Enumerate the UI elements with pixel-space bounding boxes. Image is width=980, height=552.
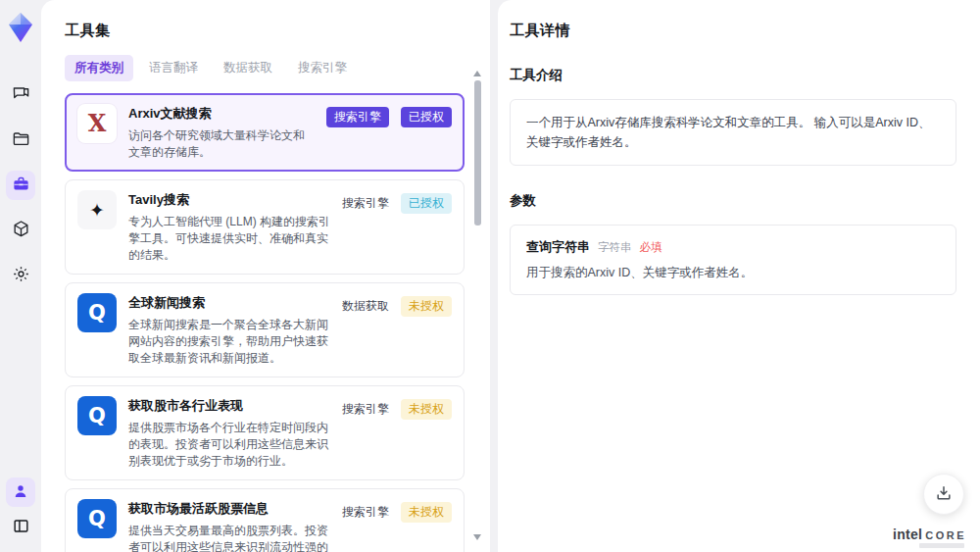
category-badge: 搜索引擎 bbox=[342, 193, 389, 214]
tool-title: 获取股市各行业表现 bbox=[128, 397, 330, 415]
chat-icon bbox=[12, 84, 30, 106]
tool-card-main: Arxiv文献搜索 访问各个研究领域大量科学论文和文章的存储库。 bbox=[128, 104, 315, 161]
scroll-up-arrow-icon[interactable] bbox=[473, 71, 481, 76]
category-tabs: 所有类别语言翻译数据获取搜索引擎 bbox=[65, 55, 465, 81]
brand-core: core bbox=[925, 529, 966, 541]
tool-title: Arxiv文献搜索 bbox=[128, 105, 315, 123]
tool-description: 专为人工智能代理 (LLM) 构建的搜索引擎工具。可快速提供实时、准确和真实的结… bbox=[128, 214, 330, 264]
tool-list: X Arxiv文献搜索 访问各个研究领域大量科学论文和文章的存储库。 搜索引擎 … bbox=[65, 93, 465, 552]
tool-badges: 数据获取 未授权 bbox=[342, 293, 452, 367]
gear-icon bbox=[12, 265, 30, 286]
tool-card-main: 全球新闻搜索 全球新闻搜索是一个聚合全球各大新闻网站内容的搜索引擎，帮助用户快速… bbox=[128, 293, 330, 367]
scrollbar-thumb[interactable] bbox=[474, 80, 481, 226]
intel-core-logo: intel core bbox=[893, 527, 966, 542]
tool-list-panel: 工具集 所有类别语言翻译数据获取搜索引擎 X Arxiv文献搜索 访问各个研究领… bbox=[41, 0, 490, 552]
tool-description: 全球新闻搜索是一个聚合全球各大新闻网站内容的搜索引擎，帮助用户快速获取全球最新资… bbox=[128, 317, 330, 367]
intro-text: 一个用于从Arxiv存储库搜索科学论文和文章的工具。 输入可以是Arxiv ID… bbox=[526, 113, 940, 152]
param-type: 字符串 bbox=[598, 240, 632, 255]
tool-card-main: Tavily搜索 专为人工智能代理 (LLM) 构建的搜索引擎工具。可快速提供实… bbox=[128, 190, 330, 264]
tool-detail-panel: 工具详情 工具介绍 一个用于从Arxiv存储库搜索科学论文和文章的工具。 输入可… bbox=[498, 0, 980, 552]
folder-icon bbox=[12, 129, 30, 151]
panel-toggle-icon bbox=[12, 517, 30, 538]
category-badge: 搜索引擎 bbox=[326, 107, 389, 127]
rail-item-settings[interactable] bbox=[6, 261, 35, 290]
app-window: 工具集 所有类别语言翻译数据获取搜索引擎 X Arxiv文献搜索 访问各个研究领… bbox=[0, 0, 980, 552]
rail-item-user[interactable] bbox=[6, 477, 35, 507]
tool-description: 提供当天交易量最高的股票列表。投资者可以利用这些信息来识别流动性强的股票和潜在的… bbox=[128, 523, 330, 552]
tool-title: 获取市场最活跃股票信息 bbox=[128, 500, 330, 518]
brand-intel: intel bbox=[893, 527, 922, 542]
tool-badges: 搜索引擎 未授权 bbox=[342, 396, 452, 470]
tab-search[interactable]: 搜索引擎 bbox=[288, 55, 357, 81]
tool-badges: 搜索引擎 已授权 bbox=[326, 104, 452, 161]
scroll-down-arrow-icon[interactable] bbox=[473, 534, 481, 540]
rail-item-tools[interactable] bbox=[6, 171, 35, 200]
tool-badges: 搜索引擎 已授权 bbox=[342, 190, 452, 264]
param-box: 查询字符串 字符串 必填 用于搜索的Arxiv ID、关键字或作者姓名。 bbox=[510, 225, 956, 295]
intro-box: 一个用于从Arxiv存储库搜索科学论文和文章的工具。 输入可以是Arxiv ID… bbox=[510, 99, 956, 166]
toolbox-icon bbox=[12, 175, 30, 196]
params-heading: 参数 bbox=[510, 192, 956, 210]
blueq-icon: Q bbox=[77, 293, 117, 332]
app-logo-icon bbox=[7, 12, 34, 43]
left-rail bbox=[0, 0, 41, 552]
category-badge: 数据获取 bbox=[342, 296, 389, 317]
rail-item-chat[interactable] bbox=[6, 80, 35, 110]
tab-data[interactable]: 数据获取 bbox=[214, 55, 282, 81]
rail-item-collapse[interactable] bbox=[6, 513, 35, 542]
tool-card[interactable]: ✦ Tavily搜索 专为人工智能代理 (LLM) 构建的搜索引擎工具。可快速提… bbox=[65, 179, 465, 275]
category-badge: 搜索引擎 bbox=[342, 502, 389, 523]
auth-badge: 已授权 bbox=[401, 193, 452, 214]
param-desc: 用于搜索的Arxiv ID、关键字或作者姓名。 bbox=[526, 265, 940, 281]
list-scrollbar[interactable] bbox=[473, 71, 481, 540]
user-icon bbox=[12, 482, 29, 503]
auth-badge: 未授权 bbox=[401, 502, 452, 523]
category-badge: 搜索引擎 bbox=[342, 399, 389, 420]
blueq-icon: Q bbox=[77, 499, 117, 538]
tool-card-main: 获取市场最活跃股票信息 提供当天交易量最高的股票列表。投资者可以利用这些信息来识… bbox=[128, 499, 330, 552]
tool-card[interactable]: Q 获取股市各行业表现 提供股票市场各个行业在特定时间段内的表现。投资者可以利用… bbox=[65, 385, 465, 480]
tab-all[interactable]: 所有类别 bbox=[65, 55, 133, 81]
tool-title: 全球新闻搜索 bbox=[128, 294, 330, 312]
auth-badge: 未授权 bbox=[401, 399, 452, 420]
tavily-icon: ✦ bbox=[77, 190, 117, 229]
tool-card[interactable]: Q 获取市场最活跃股票信息 提供当天交易量最高的股票列表。投资者可以利用这些信息… bbox=[65, 488, 465, 552]
intro-heading: 工具介绍 bbox=[510, 67, 956, 84]
page-title: 工具集 bbox=[65, 22, 465, 40]
tool-card[interactable]: Q 全球新闻搜索 全球新闻搜索是一个聚合全球各大新闻网站内容的搜索引擎，帮助用户… bbox=[65, 282, 465, 377]
tool-card-main: 获取股市各行业表现 提供股票市场各个行业在特定时间段内的表现。投资者可以利用这些… bbox=[128, 396, 330, 470]
tool-description: 访问各个研究领域大量科学论文和文章的存储库。 bbox=[128, 127, 315, 161]
param-name: 查询字符串 bbox=[526, 238, 590, 256]
tool-card[interactable]: X Arxiv文献搜索 访问各个研究领域大量科学论文和文章的存储库。 搜索引擎 … bbox=[65, 93, 465, 172]
tool-badges: 搜索引擎 未授权 bbox=[342, 499, 452, 552]
detail-title: 工具详情 bbox=[510, 22, 956, 40]
tool-title: Tavily搜索 bbox=[128, 191, 330, 209]
blueq-icon: Q bbox=[77, 396, 117, 435]
auth-badge: 未授权 bbox=[401, 296, 452, 317]
param-required-badge: 必填 bbox=[640, 240, 662, 255]
download-icon bbox=[934, 483, 954, 506]
brand-bar bbox=[919, 543, 964, 548]
tool-description: 提供股票市场各个行业在特定时间段内的表现。投资者可以利用这些信息来识别表现优于或… bbox=[128, 420, 330, 470]
download-button[interactable] bbox=[923, 474, 964, 515]
rail-item-files[interactable] bbox=[6, 125, 35, 155]
tab-translate[interactable]: 语言翻译 bbox=[139, 55, 208, 81]
auth-badge: 已授权 bbox=[401, 107, 452, 127]
arxiv-icon: X bbox=[77, 104, 117, 143]
cube-icon bbox=[12, 220, 30, 241]
rail-item-packages[interactable] bbox=[6, 216, 35, 245]
param-head: 查询字符串 字符串 必填 bbox=[526, 238, 940, 256]
